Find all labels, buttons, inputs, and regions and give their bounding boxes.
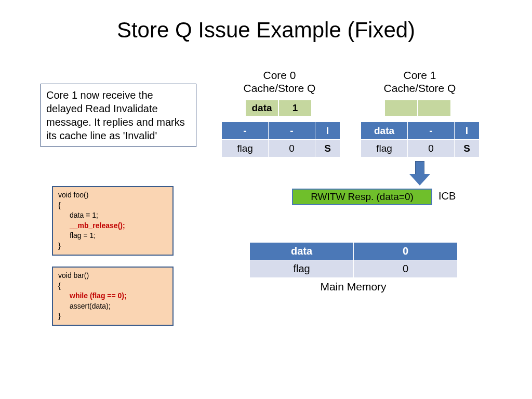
- rwitw-response: RWITW Resp. (data=0): [292, 189, 432, 205]
- core1-cache-table: data - I flag 0 S: [361, 122, 480, 157]
- core0-label: Core 0 Cache/Store Q: [233, 69, 326, 95]
- storeq-cell: [418, 100, 451, 116]
- core1-label: Core 1 Cache/Store Q: [373, 69, 467, 95]
- explanation-note: Core 1 now receive the delayed Read Inva…: [41, 84, 196, 147]
- core1-storeq: [384, 100, 451, 116]
- main-memory-table: data 0 flag 0: [249, 242, 458, 278]
- code-bar: void bar() { while (flag == 0); assert(d…: [52, 267, 174, 326]
- storeq-cell: data: [245, 100, 278, 116]
- slide-title: Store Q Issue Example (Fixed): [0, 0, 532, 43]
- main-memory-label: Main Memory: [249, 281, 457, 293]
- code-foo: void foo() { data = 1; __mb_release(); f…: [52, 186, 174, 256]
- storeq-cell: 1: [278, 100, 312, 116]
- arrow-down-icon: [409, 161, 430, 185]
- storeq-cell: [384, 100, 418, 116]
- core0-storeq: data 1: [245, 100, 312, 116]
- icb-label: ICB: [438, 190, 456, 202]
- core0-cache-table: - - I flag 0 S: [221, 122, 340, 157]
